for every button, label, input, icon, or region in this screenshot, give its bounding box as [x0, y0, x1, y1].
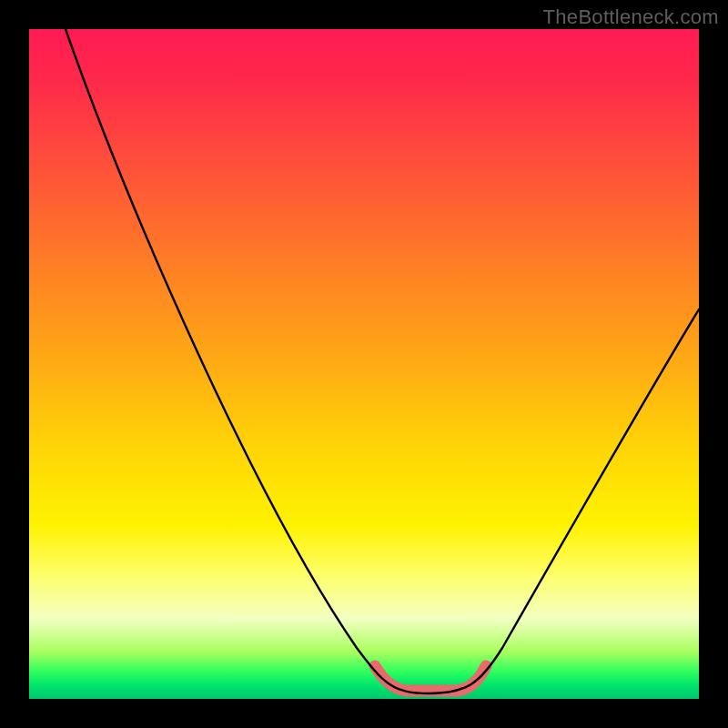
bottleneck-curve [29, 29, 699, 699]
minimum-highlight [375, 666, 486, 691]
watermark-text: TheBottleneck.com [543, 5, 719, 29]
curve-path [66, 29, 699, 693]
plot-area [29, 29, 699, 699]
chart-frame: TheBottleneck.com [0, 0, 728, 728]
